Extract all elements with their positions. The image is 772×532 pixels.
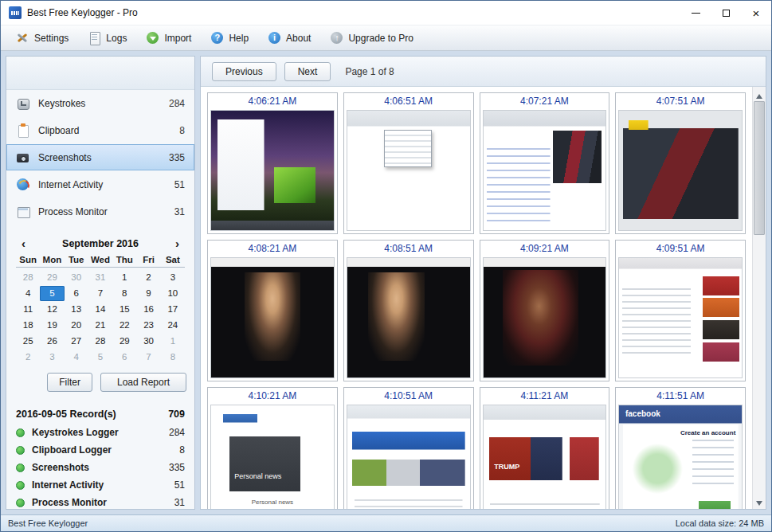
calendar-day[interactable]: 29 (40, 270, 64, 285)
calendar-day[interactable]: 25 (16, 334, 40, 349)
calendar-day[interactable]: 8 (112, 286, 136, 301)
calendar-day[interactable]: 19 (40, 318, 64, 333)
calendar-day[interactable]: 20 (65, 318, 88, 333)
calendar-day[interactable]: 12 (40, 302, 64, 317)
screenshot-card[interactable]: 4:07:21 AM (480, 92, 610, 234)
sidebar-item-count: 284 (169, 98, 185, 109)
calendar-day[interactable]: 3 (161, 270, 185, 285)
calendar-day[interactable]: 13 (65, 302, 88, 317)
toolbar-button-logs[interactable]: Logs (80, 28, 134, 48)
sidebar-nav: Keystrokes284Clipboard8Screenshots335Int… (6, 90, 194, 225)
summary-value: 31 (174, 497, 185, 508)
calendar-day[interactable]: 4 (16, 286, 40, 301)
screenshot-card[interactable]: 4:07:51 AM (615, 92, 746, 234)
close-button[interactable]: × (741, 1, 771, 25)
screenshot-timestamp: 4:10:21 AM (208, 388, 337, 405)
sidebar-item-count: 8 (179, 125, 185, 136)
sidebar: Keystrokes284Clipboard8Screenshots335Int… (6, 56, 195, 510)
app-icon (9, 6, 22, 19)
toolbar-button-label: Logs (106, 33, 127, 44)
calendar-day[interactable]: 22 (112, 318, 136, 333)
scrollbar[interactable] (752, 87, 766, 509)
calendar-day[interactable]: 17 (161, 302, 185, 317)
help-icon (210, 31, 224, 45)
calendar-day[interactable]: 15 (112, 302, 136, 317)
calendar-day[interactable]: 6 (65, 286, 88, 301)
calendar-day[interactable]: 16 (136, 302, 160, 317)
calendar-day[interactable]: 1 (161, 334, 185, 349)
sidebar-item-count: 51 (174, 179, 185, 190)
calendar-day[interactable]: 1 (112, 270, 136, 285)
summary-label: Screenshots (32, 462, 89, 473)
screenshot-card[interactable]: 4:08:51 AM (343, 240, 474, 381)
calendar-day[interactable]: 24 (161, 318, 185, 333)
sidebar-item-internet-activity[interactable]: Internet Activity51 (6, 171, 194, 198)
previous-button[interactable]: Previous (212, 62, 276, 81)
screenshot-card[interactable]: 4:06:51 AM (343, 92, 474, 234)
scroll-up-button[interactable] (753, 87, 766, 100)
screenshot-timestamp: 4:09:51 AM (616, 241, 745, 257)
app-window: Best Free Keylogger - Pro × SettingsLogs… (0, 0, 772, 532)
import-icon (146, 31, 159, 45)
sidebar-item-label: Internet Activity (38, 179, 103, 190)
statusbar-data-size: Local data size: 24 MB (676, 518, 764, 528)
sidebar-item-screenshots[interactable]: Screenshots335 (6, 144, 194, 170)
sidebar-item-clipboard[interactable]: Clipboard8 (6, 117, 194, 143)
calendar-day[interactable]: 21 (88, 318, 112, 333)
summary-label: Process Monitor (32, 497, 107, 508)
calendar-day[interactable]: 3 (40, 350, 64, 365)
screenshot-card[interactable]: 4:10:51 AM (343, 387, 474, 509)
calendar-day[interactable]: 6 (112, 350, 136, 365)
calendar-day[interactable]: 26 (40, 334, 64, 349)
load-report-button[interactable]: Load Report (100, 373, 186, 392)
sidebar-item-label: Clipboard (38, 125, 79, 136)
screenshot-card[interactable]: 4:11:51 AMfacebookCreate an account (615, 387, 746, 509)
scrollbar-thumb[interactable] (754, 101, 765, 235)
sidebar-item-process-monitor[interactable]: Process Monitor31 (6, 198, 194, 225)
calendar-day[interactable]: 2 (136, 270, 160, 285)
calendar-day[interactable]: 11 (16, 302, 40, 317)
toolbar-button-label: Upgrade to Pro (348, 33, 413, 44)
calendar-day[interactable]: 9 (136, 286, 160, 301)
calendar-day[interactable]: 18 (16, 318, 40, 333)
toolbar-button-help[interactable]: Help (203, 28, 256, 48)
calendar-day[interactable]: 10 (161, 286, 185, 301)
calendar-next-button[interactable]: › (171, 237, 183, 250)
screenshot-card[interactable]: 4:08:21 AM (207, 240, 338, 381)
maximize-icon (723, 10, 730, 17)
maximize-button[interactable] (711, 1, 741, 25)
calendar-day-header: Tue (65, 255, 88, 264)
calendar-day[interactable]: 23 (136, 318, 160, 333)
minimize-button[interactable] (680, 1, 711, 25)
screenshot-card[interactable]: 4:06:21 AM (207, 92, 338, 234)
calendar-day[interactable]: 28 (16, 270, 40, 285)
calendar-day[interactable]: 2 (16, 350, 40, 365)
calendar-day[interactable]: 30 (65, 270, 88, 285)
calendar-day[interactable]: 5 (88, 350, 112, 365)
toolbar-button-settings[interactable]: Settings (9, 28, 76, 48)
screenshot-card[interactable]: 4:09:51 AM (615, 240, 746, 381)
calendar-day[interactable]: 7 (136, 350, 160, 365)
next-button[interactable]: Next (284, 62, 331, 81)
screenshot-card[interactable]: 4:09:21 AM (480, 240, 610, 381)
calendar-prev-button[interactable]: ‹ (18, 237, 29, 250)
internet-icon (16, 178, 30, 192)
scroll-down-button[interactable] (753, 495, 766, 509)
calendar-day[interactable]: 28 (88, 334, 112, 349)
calendar-day[interactable]: 14 (88, 302, 112, 317)
calendar-day[interactable]: 30 (136, 334, 160, 349)
toolbar-button-about[interactable]: About (261, 28, 318, 48)
calendar-day[interactable]: 29 (112, 334, 136, 349)
screenshot-card[interactable]: 4:10:21 AMPersonal newsPersonal news (207, 387, 338, 509)
calendar-day[interactable]: 8 (161, 350, 185, 365)
calendar-day[interactable]: 4 (65, 350, 88, 365)
sidebar-item-keystrokes[interactable]: Keystrokes284 (6, 90, 194, 116)
screenshot-card[interactable]: 4:11:21 AMTRUMP (480, 387, 610, 509)
filter-button[interactable]: Filter (47, 373, 92, 392)
calendar-day[interactable]: 31 (88, 270, 112, 285)
calendar-day[interactable]: 7 (88, 286, 112, 301)
calendar-day[interactable]: 27 (65, 334, 88, 349)
toolbar-button-import[interactable]: Import (139, 28, 198, 48)
toolbar-button-upgrade-to-pro[interactable]: Upgrade to Pro (323, 28, 420, 48)
calendar-day[interactable]: 5 (40, 286, 64, 301)
